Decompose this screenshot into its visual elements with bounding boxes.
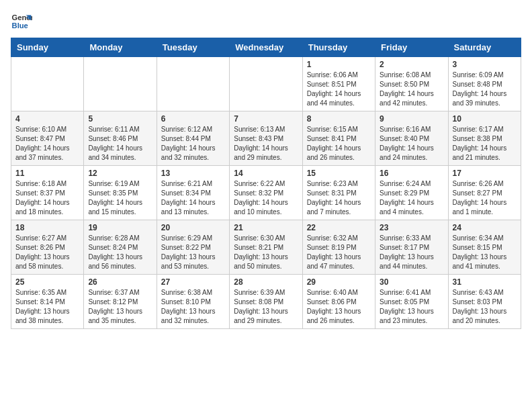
calendar-day-20: 20Sunrise: 6:29 AM Sunset: 8:22 PM Dayli… (157, 220, 229, 275)
day-info: Sunrise: 6:33 AM Sunset: 8:17 PM Dayligh… (380, 234, 443, 271)
day-info: Sunrise: 6:29 AM Sunset: 8:22 PM Dayligh… (161, 234, 225, 271)
weekday-header-row: SundayMondayTuesdayWednesdayThursdayFrid… (11, 38, 521, 57)
calendar-day-28: 28Sunrise: 6:39 AM Sunset: 8:08 PM Dayli… (230, 275, 302, 329)
day-info: Sunrise: 6:10 AM Sunset: 8:47 PM Dayligh… (15, 125, 79, 163)
calendar-day-26: 26Sunrise: 6:37 AM Sunset: 8:12 PM Dayli… (84, 275, 157, 329)
day-info: Sunrise: 6:17 AM Sunset: 8:38 PM Dayligh… (453, 125, 517, 163)
calendar-day-14: 14Sunrise: 6:22 AM Sunset: 8:32 PM Dayli… (230, 166, 302, 220)
day-info: Sunrise: 6:27 AM Sunset: 8:26 PM Dayligh… (15, 234, 79, 271)
day-info: Sunrise: 6:26 AM Sunset: 8:27 PM Dayligh… (453, 179, 517, 217)
empty-cell (230, 57, 302, 111)
day-info: Sunrise: 6:21 AM Sunset: 8:34 PM Dayligh… (161, 179, 225, 217)
calendar-day-12: 12Sunrise: 6:19 AM Sunset: 8:35 PM Dayli… (84, 166, 157, 220)
day-number: 24 (453, 223, 517, 232)
day-number: 14 (234, 169, 298, 178)
calendar-day-19: 19Sunrise: 6:28 AM Sunset: 8:24 PM Dayli… (84, 220, 157, 275)
day-info: Sunrise: 6:28 AM Sunset: 8:24 PM Dayligh… (88, 234, 152, 271)
day-info: Sunrise: 6:41 AM Sunset: 8:05 PM Dayligh… (380, 288, 443, 326)
calendar-day-21: 21Sunrise: 6:30 AM Sunset: 8:21 PM Dayli… (230, 220, 302, 275)
weekday-header-wednesday: Wednesday (230, 38, 302, 57)
page-header: General Blue (11, 11, 521, 32)
day-info: Sunrise: 6:11 AM Sunset: 8:46 PM Dayligh… (88, 125, 152, 163)
day-number: 26 (88, 277, 152, 287)
day-number: 16 (380, 169, 443, 178)
day-number: 15 (307, 169, 371, 178)
calendar-day-30: 30Sunrise: 6:41 AM Sunset: 8:05 PM Dayli… (375, 275, 448, 329)
calendar-day-25: 25Sunrise: 6:35 AM Sunset: 8:14 PM Dayli… (11, 275, 84, 329)
day-number: 20 (161, 223, 225, 232)
day-number: 5 (88, 114, 152, 124)
day-info: Sunrise: 6:19 AM Sunset: 8:35 PM Dayligh… (88, 179, 152, 217)
weekday-header-friday: Friday (375, 38, 448, 57)
calendar-day-7: 7Sunrise: 6:13 AM Sunset: 8:43 PM Daylig… (230, 111, 302, 166)
day-info: Sunrise: 6:23 AM Sunset: 8:31 PM Dayligh… (307, 179, 371, 217)
calendar-day-2: 2Sunrise: 6:08 AM Sunset: 8:50 PM Daylig… (375, 57, 448, 111)
calendar-day-10: 10Sunrise: 6:17 AM Sunset: 8:38 PM Dayli… (448, 111, 521, 166)
calendar-day-18: 18Sunrise: 6:27 AM Sunset: 8:26 PM Dayli… (11, 220, 84, 275)
day-number: 2 (380, 60, 443, 69)
weekday-header-thursday: Thursday (302, 38, 375, 57)
day-number: 21 (234, 223, 298, 232)
day-number: 11 (15, 169, 79, 178)
calendar-table: SundayMondayTuesdayWednesdayThursdayFrid… (11, 38, 521, 329)
calendar-week-2: 4Sunrise: 6:10 AM Sunset: 8:47 PM Daylig… (11, 111, 521, 166)
day-number: 1 (307, 60, 371, 69)
day-number: 31 (453, 277, 517, 287)
calendar-week-5: 25Sunrise: 6:35 AM Sunset: 8:14 PM Dayli… (11, 275, 521, 329)
calendar-week-1: 1Sunrise: 6:06 AM Sunset: 8:51 PM Daylig… (11, 57, 521, 111)
day-number: 19 (88, 223, 152, 232)
calendar-day-8: 8Sunrise: 6:15 AM Sunset: 8:41 PM Daylig… (302, 111, 375, 166)
day-info: Sunrise: 6:18 AM Sunset: 8:37 PM Dayligh… (15, 179, 79, 217)
day-info: Sunrise: 6:38 AM Sunset: 8:10 PM Dayligh… (161, 288, 225, 326)
logo-icon: General Blue (11, 11, 32, 32)
day-number: 9 (380, 114, 443, 124)
day-number: 4 (15, 114, 79, 124)
day-info: Sunrise: 6:13 AM Sunset: 8:43 PM Dayligh… (234, 125, 298, 163)
day-number: 17 (453, 169, 517, 178)
calendar-day-13: 13Sunrise: 6:21 AM Sunset: 8:34 PM Dayli… (157, 166, 229, 220)
calendar-day-17: 17Sunrise: 6:26 AM Sunset: 8:27 PM Dayli… (448, 166, 521, 220)
calendar-day-6: 6Sunrise: 6:12 AM Sunset: 8:44 PM Daylig… (157, 111, 229, 166)
calendar-day-3: 3Sunrise: 6:09 AM Sunset: 8:48 PM Daylig… (448, 57, 521, 111)
day-info: Sunrise: 6:34 AM Sunset: 8:15 PM Dayligh… (453, 234, 517, 271)
day-info: Sunrise: 6:43 AM Sunset: 8:03 PM Dayligh… (453, 288, 517, 326)
calendar-day-23: 23Sunrise: 6:33 AM Sunset: 8:17 PM Dayli… (375, 220, 448, 275)
day-number: 28 (234, 277, 298, 287)
day-info: Sunrise: 6:09 AM Sunset: 8:48 PM Dayligh… (453, 71, 517, 108)
calendar-day-5: 5Sunrise: 6:11 AM Sunset: 8:46 PM Daylig… (84, 111, 157, 166)
day-number: 29 (307, 277, 371, 287)
day-info: Sunrise: 6:39 AM Sunset: 8:08 PM Dayligh… (234, 288, 298, 326)
calendar-week-4: 18Sunrise: 6:27 AM Sunset: 8:26 PM Dayli… (11, 220, 521, 275)
day-info: Sunrise: 6:12 AM Sunset: 8:44 PM Dayligh… (161, 125, 225, 163)
svg-text:Blue: Blue (12, 21, 28, 30)
day-info: Sunrise: 6:24 AM Sunset: 8:29 PM Dayligh… (380, 179, 443, 217)
calendar-week-3: 11Sunrise: 6:18 AM Sunset: 8:37 PM Dayli… (11, 166, 521, 220)
calendar-day-31: 31Sunrise: 6:43 AM Sunset: 8:03 PM Dayli… (448, 275, 521, 329)
day-info: Sunrise: 6:16 AM Sunset: 8:40 PM Dayligh… (380, 125, 443, 163)
day-number: 23 (380, 223, 443, 232)
day-number: 8 (307, 114, 371, 124)
weekday-header-saturday: Saturday (448, 38, 521, 57)
day-number: 18 (15, 223, 79, 232)
calendar-day-22: 22Sunrise: 6:32 AM Sunset: 8:19 PM Dayli… (302, 220, 375, 275)
calendar-day-11: 11Sunrise: 6:18 AM Sunset: 8:37 PM Dayli… (11, 166, 84, 220)
day-info: Sunrise: 6:06 AM Sunset: 8:51 PM Dayligh… (307, 71, 371, 108)
day-info: Sunrise: 6:30 AM Sunset: 8:21 PM Dayligh… (234, 234, 298, 271)
day-info: Sunrise: 6:35 AM Sunset: 8:14 PM Dayligh… (15, 288, 79, 326)
day-number: 25 (15, 277, 79, 287)
day-number: 12 (88, 169, 152, 178)
calendar-day-1: 1Sunrise: 6:06 AM Sunset: 8:51 PM Daylig… (302, 57, 375, 111)
day-number: 6 (161, 114, 225, 124)
logo: General Blue (11, 11, 32, 32)
day-info: Sunrise: 6:37 AM Sunset: 8:12 PM Dayligh… (88, 288, 152, 326)
day-info: Sunrise: 6:15 AM Sunset: 8:41 PM Dayligh… (307, 125, 371, 163)
calendar-day-16: 16Sunrise: 6:24 AM Sunset: 8:29 PM Dayli… (375, 166, 448, 220)
empty-cell (84, 57, 157, 111)
calendar-day-4: 4Sunrise: 6:10 AM Sunset: 8:47 PM Daylig… (11, 111, 84, 166)
weekday-header-tuesday: Tuesday (157, 38, 229, 57)
day-info: Sunrise: 6:22 AM Sunset: 8:32 PM Dayligh… (234, 179, 298, 217)
day-number: 7 (234, 114, 298, 124)
calendar-day-29: 29Sunrise: 6:40 AM Sunset: 8:06 PM Dayli… (302, 275, 375, 329)
empty-cell (157, 57, 229, 111)
day-number: 10 (453, 114, 517, 124)
